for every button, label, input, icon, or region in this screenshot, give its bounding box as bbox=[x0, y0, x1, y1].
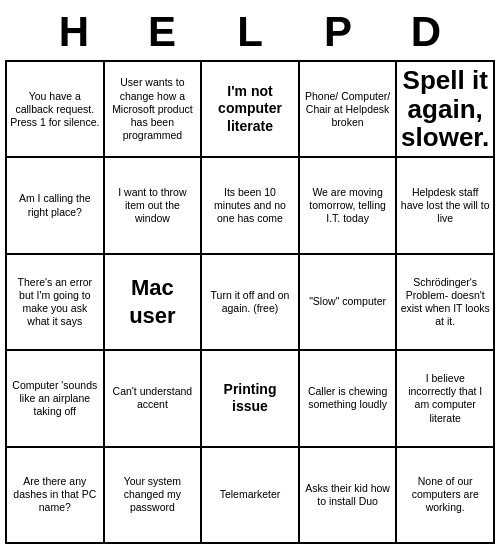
bingo-cell-18[interactable]: Caller is chewing something loudly bbox=[299, 350, 397, 446]
bingo-cell-14[interactable]: Schrödinger's Problem- doesn't exist whe… bbox=[396, 254, 494, 350]
title-letter-e: E bbox=[118, 8, 206, 56]
title-letter-d: D bbox=[382, 8, 470, 56]
bingo-cell-11[interactable]: Mac user bbox=[104, 254, 202, 350]
bingo-cell-5[interactable]: Am I calling the right place? bbox=[6, 157, 104, 253]
bingo-cell-1[interactable]: User wants to change how a Microsoft pro… bbox=[104, 61, 202, 157]
bingo-cell-24[interactable]: None of our computers are working. bbox=[396, 447, 494, 543]
title-letter-p: P bbox=[294, 8, 382, 56]
bingo-cell-8[interactable]: We are moving tomorrow, telling I.T. tod… bbox=[299, 157, 397, 253]
bingo-cell-9[interactable]: Helpdesk staff have lost the will to liv… bbox=[396, 157, 494, 253]
bingo-cell-10[interactable]: There's an error but I'm going to make y… bbox=[6, 254, 104, 350]
bingo-grid: You have a callback request. Press 1 for… bbox=[5, 60, 495, 544]
bingo-cell-3[interactable]: Phone/ Computer/ Chair at Helpdesk broke… bbox=[299, 61, 397, 157]
bingo-cell-20[interactable]: Are there any dashes in that PC name? bbox=[6, 447, 104, 543]
bingo-cell-21[interactable]: Your system changed my password bbox=[104, 447, 202, 543]
bingo-cell-15[interactable]: Computer 'sounds like an airplane taking… bbox=[6, 350, 104, 446]
bingo-cell-22[interactable]: Telemarketer bbox=[201, 447, 299, 543]
bingo-cell-16[interactable]: Can't understand accent bbox=[104, 350, 202, 446]
bingo-cell-2[interactable]: I'm not computer literate bbox=[201, 61, 299, 157]
bingo-cell-12[interactable]: Turn it off and on again. (free) bbox=[201, 254, 299, 350]
bingo-cell-6[interactable]: I want to throw item out the window bbox=[104, 157, 202, 253]
bingo-cell-23[interactable]: Asks their kid how to install Duo bbox=[299, 447, 397, 543]
bingo-cell-7[interactable]: Its been 10 minutes and no one has come bbox=[201, 157, 299, 253]
bingo-cell-19[interactable]: I believe incorrectly that I am computer… bbox=[396, 350, 494, 446]
bingo-cell-17[interactable]: Printing issue bbox=[201, 350, 299, 446]
bingo-cell-0[interactable]: You have a callback request. Press 1 for… bbox=[6, 61, 104, 157]
title-letter-h: H bbox=[30, 8, 118, 56]
bingo-cell-4[interactable]: Spell it again, slower. bbox=[396, 61, 494, 157]
bingo-cell-13[interactable]: "Slow" computer bbox=[299, 254, 397, 350]
title-letter-l: L bbox=[206, 8, 294, 56]
title-row: H E L P D bbox=[0, 0, 500, 60]
